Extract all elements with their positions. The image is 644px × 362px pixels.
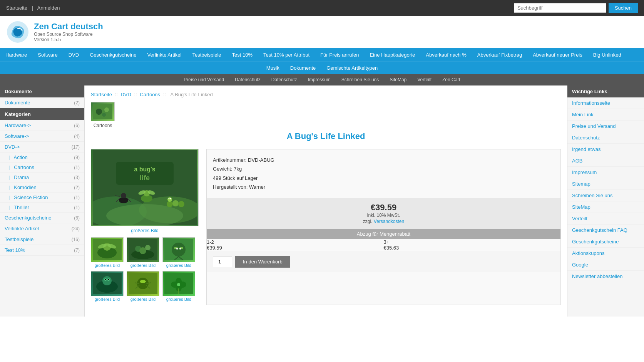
nav-hauptkategorie[interactable]: Eine Hauptkategorie [364, 48, 420, 62]
svg-point-23 [178, 201, 184, 207]
right-sidebar-item-schreiben: Schreiben Sie uns [567, 190, 644, 201]
thumb-label-3: größeres Bild [166, 262, 191, 268]
search-input[interactable] [514, 3, 606, 13]
sidebar-thriller-link[interactable]: |_ Thriller [8, 204, 29, 210]
sidebar-scifi-link[interactable]: |_ Science Fiction [8, 194, 48, 200]
right-link-irgend[interactable]: Irgend etwas [572, 146, 601, 152]
right-sidebar-item-preise: Preise und Versand [567, 121, 644, 132]
right-link-google[interactable]: Google [572, 262, 588, 268]
anmelden-link[interactable]: Anmelden [37, 5, 60, 11]
sidebar-testbeispiele-link[interactable]: Testbeispiele [5, 236, 33, 242]
right-link-datenschutz[interactable]: Datenschutz [572, 135, 600, 141]
nav-fuer-preis[interactable]: Für Preis anrufen [315, 48, 364, 62]
main-image-link[interactable]: größeres Bild [131, 228, 158, 233]
product-meta: Artikelnummer: DVD-ABUG Gewicht: 7kg 499… [207, 149, 560, 198]
sidebar-test10-link[interactable]: Test 10% [5, 247, 25, 253]
sidebar-cartoons-link[interactable]: |_ Cartoons [8, 164, 34, 170]
thumb-link-3[interactable]: größeres Bild [166, 263, 191, 268]
nav-dokumente[interactable]: Dokumente [285, 62, 321, 74]
sidebar-item-geschenk: Geschenkgutscheine (6) [0, 213, 84, 223]
nav-dvd[interactable]: DVD [63, 48, 84, 62]
sidebar-dvd-link[interactable]: DVD-> [5, 144, 20, 150]
footer-impressum[interactable]: Impressum [303, 74, 336, 85]
right-link-sitemap[interactable]: Sitemap [572, 181, 590, 187]
breadcrumb-dvd[interactable]: DVD [120, 92, 131, 97]
sidebar-drama-link[interactable]: |_ Drama [8, 174, 29, 180]
sidebar-action-link[interactable]: |_ Action [8, 154, 28, 160]
main-image-label: größeres Bild [91, 228, 199, 233]
right-link-aktionskupons[interactable]: Aktionskupons [572, 250, 605, 256]
nav-gemischte[interactable]: Gemischte Artikeltypen [321, 62, 383, 74]
nav-abverkauf-nach[interactable]: Abverkauf nach % [420, 48, 472, 62]
right-link-geschenkgutscheine[interactable]: Geschenkgutscheine [572, 239, 619, 245]
footer-verteilt[interactable]: Verteilt [412, 74, 437, 85]
nav-abverkauf-neu[interactable]: Abverkauf neuer Preis [527, 48, 588, 62]
add-to-cart-button[interactable]: In den Warenkorb [235, 256, 290, 268]
sidebar-geschenk-link[interactable]: Geschenkgutscheine [5, 215, 51, 221]
discount-row-labels: 1-2 3+ [207, 239, 560, 245]
svg-text:life: life [140, 174, 150, 182]
price-shipping-link[interactable]: Versandkosten [374, 219, 404, 224]
sidebar-komodien-link[interactable]: |_ Komödien [8, 184, 37, 190]
breadcrumb-startseite[interactable]: Startseite [91, 92, 112, 97]
sidebar-verlinkte-link[interactable]: Verlinkte Artikel [5, 226, 39, 231]
svg-point-24 [167, 197, 172, 202]
product-lager: 499 Stück auf Lager [213, 174, 554, 183]
thumb-link-6[interactable]: größeres Bild [166, 297, 191, 302]
sidebar-hardware-link[interactable]: Hardware-> [5, 122, 31, 128]
add-to-cart-row: In den Warenkorb [207, 251, 560, 272]
nav-geschenkgutscheine[interactable]: Geschenkgutscheine [84, 48, 142, 62]
sidebar-dokumente-count: (2) [74, 100, 80, 106]
sidebar-software-link[interactable]: Software-> [5, 133, 29, 139]
logo-subtitle: Open Source Shop Software [34, 32, 103, 37]
right-link-preise[interactable]: Preise und Versand [572, 123, 616, 129]
right-link-impressum[interactable]: Impressum [572, 169, 597, 175]
nav-test10-attribut[interactable]: Test 10% per Attribut [258, 48, 315, 62]
footer-sitemap[interactable]: SiteMap [384, 74, 412, 85]
sidebar-testbeispiele-count: (16) [72, 237, 80, 242]
right-link-agb[interactable]: AGB [572, 158, 582, 164]
footer-schreiben[interactable]: Schreiben Sie uns [336, 74, 384, 85]
footer-zencart[interactable]: Zen Cart [437, 74, 466, 85]
right-link-geschenk-faq[interactable]: Geschenkgutschein FAQ [572, 227, 627, 233]
sidebar-item-drama: |_ Drama (3) [0, 173, 84, 183]
nav-musik[interactable]: Musik [261, 62, 285, 74]
right-link-verteilt[interactable]: Verteilt [572, 216, 587, 221]
right-link-sitemap2[interactable]: SiteMap [572, 204, 590, 210]
product-layout: a bug's life [91, 149, 561, 305]
search-button[interactable]: Suchen [609, 3, 638, 13]
thumb-item-4: größeres Bild [91, 271, 124, 302]
sidebar-thriller-count: (1) [74, 205, 80, 210]
thumb-link-1[interactable]: größeres Bild [95, 263, 120, 268]
nav-verlinkte-artikel[interactable]: Verlinkte Artikel [142, 48, 187, 62]
nav-big-unlinked[interactable]: Big Unlinked [588, 48, 627, 62]
thumb-link-4[interactable]: größeres Bild [95, 297, 120, 302]
category-thumb-img [91, 102, 115, 121]
sidebar-item-komodien: |_ Komödien (2) [0, 183, 84, 193]
svg-point-2 [96, 109, 102, 115]
nav-software[interactable]: Software [32, 48, 63, 62]
discount-price-2: €35.63 [383, 245, 560, 251]
thumb-link-2[interactable]: größeres Bild [130, 263, 156, 268]
sidebar-dokumente-link[interactable]: Dokumente [5, 100, 30, 106]
right-link-newsletter[interactable]: Newsletter abbestellen [572, 273, 623, 279]
breadcrumb: Startseite :: DVD :: Cartoons :: A Bug's… [91, 92, 561, 97]
breadcrumb-cartoons[interactable]: Cartoons [140, 92, 160, 97]
footer-preise[interactable]: Preise und Versand [178, 74, 229, 85]
nav-test10[interactable]: Test 10% [227, 48, 258, 62]
startseite-link[interactable]: Startseite [6, 5, 27, 11]
nav-hardware[interactable]: Hardware [0, 48, 32, 62]
sidebar-left: Dokumente Dokumente (2) Kategorien Hardw… [0, 85, 85, 317]
footer-datenschutz1[interactable]: Datenschutz [229, 74, 266, 85]
nav-abverkauf-fix[interactable]: Abverkauf Fixbetrag [472, 48, 527, 62]
nav-testbeispiele[interactable]: Testbeispiele [187, 48, 226, 62]
svg-point-54 [140, 280, 146, 283]
right-sidebar-item-agb: AGB [567, 155, 644, 167]
quantity-input[interactable] [213, 256, 232, 267]
right-link-info[interactable]: Informationsseite [572, 100, 610, 106]
footer-datenschutz2[interactable]: Datenschutz [266, 74, 303, 85]
right-link-meinlink[interactable]: Mein Link [572, 112, 594, 117]
thumb-link-5[interactable]: größeres Bild [130, 297, 156, 302]
svg-point-13 [121, 193, 126, 198]
right-link-schreiben[interactable]: Schreiben Sie uns [572, 193, 613, 198]
